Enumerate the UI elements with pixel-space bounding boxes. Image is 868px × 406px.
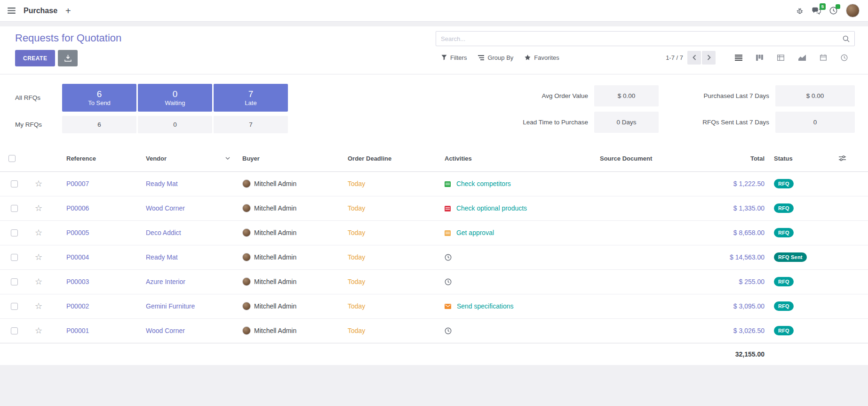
activity-clock-icon[interactable] xyxy=(445,278,452,285)
order-deadline: Today xyxy=(348,302,365,310)
reference-link[interactable]: P00006 xyxy=(66,204,89,212)
table-row[interactable]: ☆ P00002 Gemini Furniture Mitchell Admin… xyxy=(0,294,868,318)
pivot-view-icon[interactable] xyxy=(770,50,791,65)
messages-icon[interactable]: 5 xyxy=(812,7,821,15)
favorite-star-icon[interactable]: ☆ xyxy=(35,301,42,311)
favorite-star-icon[interactable]: ☆ xyxy=(35,203,42,213)
reference-link[interactable]: P00007 xyxy=(66,180,89,187)
row-checkbox[interactable] xyxy=(11,229,18,236)
header-activities[interactable]: Activities xyxy=(445,155,472,162)
header-source-document[interactable]: Source Document xyxy=(600,155,652,162)
activity-link[interactable]: Check competitors xyxy=(456,180,511,188)
select-all-checkbox[interactable] xyxy=(8,155,16,162)
buyer-avatar xyxy=(242,204,251,212)
kpi-my-to-send[interactable]: 6 xyxy=(62,116,136,133)
row-checkbox[interactable] xyxy=(11,205,18,212)
all-rfqs-label: All RFQs xyxy=(15,84,61,112)
calendar-view-icon[interactable] xyxy=(812,50,834,65)
vendor-link[interactable]: Wood Corner xyxy=(146,204,185,212)
row-checkbox[interactable] xyxy=(11,303,18,310)
row-checkbox[interactable] xyxy=(11,254,18,261)
vendor-link[interactable]: Ready Mat xyxy=(146,253,178,261)
reference-link[interactable]: P00002 xyxy=(66,302,89,310)
main-content: Requests for Quotation CREATE Filters xyxy=(0,26,868,365)
activity-tasks-icon[interactable] xyxy=(445,181,451,187)
row-checkbox[interactable] xyxy=(11,327,18,334)
activities-clock-icon[interactable] xyxy=(829,7,837,15)
buyer-avatar xyxy=(242,179,251,188)
activity-tasks-icon[interactable] xyxy=(445,206,451,211)
buyer-avatar xyxy=(242,253,251,261)
activity-tasks-icon[interactable] xyxy=(445,230,451,236)
activity-link[interactable]: Get approval xyxy=(456,229,494,237)
kpi-count: 6 xyxy=(97,89,102,100)
kpi-my-late[interactable]: 7 xyxy=(214,116,288,133)
activity-link[interactable]: Check optional products xyxy=(456,205,527,212)
header-status[interactable]: Status xyxy=(774,155,793,162)
kpi-late[interactable]: 7 Late xyxy=(214,84,288,112)
pager-next-button[interactable] xyxy=(702,51,716,65)
reference-link[interactable]: P00001 xyxy=(66,327,89,334)
kanban-view-icon[interactable] xyxy=(749,50,770,65)
purchase-dashboard: All RFQs 6 To Send 0 Waiting 7 Late My R… xyxy=(0,74,868,146)
activity-clock-icon[interactable] xyxy=(445,254,452,261)
vendor-link[interactable]: Wood Corner xyxy=(146,327,185,334)
filters-button[interactable]: Filters xyxy=(436,51,472,64)
vendor-link[interactable]: Deco Addict xyxy=(146,229,181,236)
kpi-my-waiting[interactable]: 0 xyxy=(138,116,212,133)
list-view-icon[interactable] xyxy=(728,50,749,65)
pager-previous-button[interactable] xyxy=(687,51,701,65)
reference-link[interactable]: P00005 xyxy=(66,229,89,236)
favorite-star-icon[interactable]: ☆ xyxy=(35,228,42,237)
table-row[interactable]: ☆ P00004 Ready Mat Mitchell Admin Today … xyxy=(0,245,868,269)
export-button[interactable] xyxy=(58,50,78,66)
apps-menu-icon[interactable] xyxy=(8,8,16,14)
user-avatar[interactable] xyxy=(846,4,860,17)
vendor-link[interactable]: Gemini Furniture xyxy=(146,302,195,310)
table-row[interactable]: ☆ P00001 Wood Corner Mitchell Admin Toda… xyxy=(0,318,868,343)
kpi-to-send[interactable]: 6 To Send xyxy=(62,84,136,112)
plus-icon[interactable]: + xyxy=(65,6,71,16)
stat-label-rfqs-sent: RFQs Sent Last 7 Days xyxy=(659,119,775,126)
vendor-link[interactable]: Azure Interior xyxy=(146,278,185,285)
optional-columns-icon[interactable] xyxy=(839,155,863,161)
search-icon[interactable] xyxy=(843,35,850,42)
favorite-star-icon[interactable]: ☆ xyxy=(35,277,42,286)
table-row[interactable]: ☆ P00005 Deco Addict Mitchell Admin Toda… xyxy=(0,220,868,245)
header-total[interactable]: Total xyxy=(750,155,764,162)
graph-view-icon[interactable] xyxy=(791,50,812,65)
group-by-button[interactable]: Group By xyxy=(472,51,519,64)
favorite-star-icon[interactable]: ☆ xyxy=(35,252,42,262)
activity-link[interactable]: Send specifications xyxy=(457,303,514,310)
create-button[interactable]: CREATE xyxy=(15,50,55,66)
chevron-down-icon[interactable] xyxy=(225,157,230,160)
filter-funnel-icon xyxy=(441,55,447,60)
table-row[interactable]: ☆ P00006 Wood Corner Mitchell Admin Toda… xyxy=(0,196,868,220)
order-deadline: Today xyxy=(348,253,365,261)
row-checkbox[interactable] xyxy=(11,278,18,285)
app-name[interactable]: Purchase xyxy=(24,7,57,15)
row-total: $ 1,335.00 xyxy=(733,204,764,212)
favorite-star-icon[interactable]: ☆ xyxy=(35,326,42,335)
table-row[interactable]: ☆ P00003 Azure Interior Mitchell Admin T… xyxy=(0,269,868,294)
search-input[interactable] xyxy=(436,35,843,42)
header-order-deadline[interactable]: Order Deadline xyxy=(348,155,391,162)
vendor-link[interactable]: Ready Mat xyxy=(146,180,178,187)
reference-link[interactable]: P00003 xyxy=(66,278,89,285)
group-by-label: Group By xyxy=(487,54,513,61)
activity-clock-icon[interactable] xyxy=(445,327,452,334)
header-buyer[interactable]: Buyer xyxy=(242,155,260,162)
table-row[interactable]: ☆ P00007 Ready Mat Mitchell Admin Today … xyxy=(0,171,868,196)
favorites-button[interactable]: Favorites xyxy=(519,51,565,64)
header-reference[interactable]: Reference xyxy=(66,155,96,162)
header-vendor[interactable]: Vendor xyxy=(146,155,167,162)
buyer-name: Mitchell Admin xyxy=(254,302,296,310)
debug-bug-icon[interactable] xyxy=(796,7,804,15)
row-checkbox[interactable] xyxy=(11,180,18,187)
activity-mail-icon[interactable] xyxy=(445,304,451,309)
activity-view-icon[interactable] xyxy=(834,50,855,65)
kpi-label: Late xyxy=(245,99,256,106)
reference-link[interactable]: P00004 xyxy=(66,253,89,261)
favorite-star-icon[interactable]: ☆ xyxy=(35,179,42,188)
kpi-waiting[interactable]: 0 Waiting xyxy=(138,84,212,112)
